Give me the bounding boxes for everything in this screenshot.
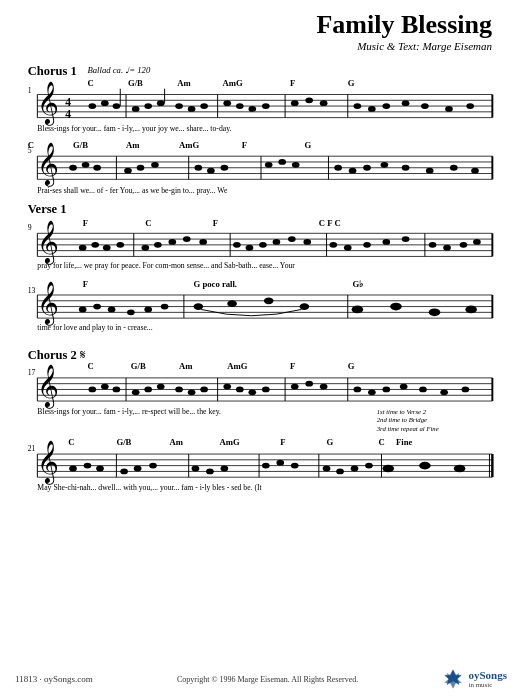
svg-point-148 — [144, 307, 152, 313]
svg-point-193 — [262, 387, 270, 393]
svg-point-236 — [149, 463, 157, 469]
svg-point-84 — [450, 165, 458, 171]
svg-point-31 — [223, 100, 231, 106]
svg-point-190 — [223, 384, 231, 390]
svg-text:May She-chi-nah... dwell... wi: May She-chi-nah... dwell... with you,...… — [37, 483, 262, 492]
svg-point-187 — [175, 387, 183, 393]
svg-point-239 — [221, 466, 229, 472]
svg-text:𝄞: 𝄞 — [37, 81, 59, 126]
svg-text:21: 21 — [28, 444, 36, 453]
svg-point-184 — [132, 389, 140, 395]
svg-point-81 — [381, 162, 389, 168]
svg-point-154 — [352, 306, 364, 314]
svg-text:C: C — [87, 78, 93, 88]
svg-point-126 — [443, 245, 451, 251]
svg-point-231 — [69, 466, 77, 472]
svg-text:AmG: AmG — [222, 78, 242, 88]
svg-point-128 — [473, 239, 481, 245]
svg-text:5: 5 — [28, 146, 32, 155]
svg-text:G: G — [348, 78, 355, 88]
svg-point-199 — [382, 387, 390, 393]
svg-point-109 — [141, 245, 149, 251]
svg-text:F: F — [290, 361, 295, 371]
copyright: Copyright © 1996 Marge Eiseman. All Righ… — [93, 675, 443, 684]
logo-text: oySongs — [468, 669, 507, 681]
svg-point-185 — [144, 387, 152, 393]
svg-point-198 — [368, 389, 376, 395]
svg-point-127 — [460, 242, 468, 248]
svg-point-114 — [233, 242, 241, 248]
svg-point-194 — [291, 384, 299, 390]
svg-rect-159 — [20, 334, 502, 346]
svg-text:F: F — [83, 279, 88, 289]
svg-point-41 — [402, 100, 410, 106]
svg-point-22 — [113, 103, 121, 109]
svg-point-192 — [248, 389, 256, 395]
svg-point-106 — [91, 242, 99, 248]
svg-point-247 — [382, 465, 394, 473]
svg-point-123 — [382, 239, 390, 245]
svg-text:13: 13 — [28, 286, 36, 295]
svg-point-120 — [329, 242, 337, 248]
svg-point-34 — [262, 103, 270, 109]
svg-point-24 — [132, 106, 140, 112]
svg-point-113 — [199, 239, 207, 245]
svg-point-157 — [465, 306, 477, 314]
svg-text:9: 9 — [28, 223, 32, 232]
svg-text:1: 1 — [28, 86, 32, 95]
svg-point-235 — [134, 466, 142, 472]
svg-text:F: F — [290, 78, 295, 88]
title-section: Family Blessing Music & Text: Marge Eise… — [20, 10, 502, 52]
svg-text:𝄞: 𝄞 — [37, 281, 59, 326]
svg-text:Chorus 2: Chorus 2 — [28, 348, 77, 362]
svg-text:17: 17 — [28, 368, 36, 377]
svg-text:time for love and play to in -: time for love and play to in - crease... — [37, 323, 152, 332]
chorus1-tempo: Ballad ca. ♩= 120 — [87, 65, 150, 75]
svg-point-28 — [175, 103, 183, 109]
svg-text:𝄞: 𝄞 — [37, 364, 59, 409]
svg-text:𝄞: 𝄞 — [37, 142, 59, 187]
svg-text:F: F — [280, 437, 285, 447]
svg-point-40 — [382, 103, 390, 109]
svg-text:G  poco rall.: G poco rall. — [194, 279, 238, 289]
svg-text:𝄞: 𝄞 — [37, 440, 59, 485]
svg-point-110 — [154, 242, 162, 248]
svg-point-183 — [113, 387, 121, 393]
svg-point-42 — [421, 103, 429, 109]
svg-point-241 — [276, 460, 284, 466]
svg-point-201 — [419, 387, 427, 393]
svg-point-85 — [471, 168, 479, 174]
svg-point-43 — [445, 106, 453, 112]
svg-text:AmG: AmG — [179, 140, 199, 150]
svg-text:Bless-ings for your... fam - i: Bless-ings for your... fam - i-ly,... yo… — [37, 124, 231, 133]
svg-point-233 — [96, 466, 104, 472]
page-title: Family Blessing — [20, 10, 492, 40]
svg-text:Am: Am — [169, 437, 183, 447]
svg-point-243 — [323, 466, 331, 472]
svg-text:2nd time to Bridge: 2nd time to Bridge — [377, 416, 427, 423]
svg-text:G/B: G/B — [128, 78, 143, 88]
svg-text:1st time to Verse 2: 1st time to Verse 2 — [377, 408, 427, 415]
svg-point-188 — [188, 389, 196, 395]
page: Family Blessing Music & Text: Marge Eise… — [0, 0, 522, 696]
svg-point-119 — [303, 239, 311, 245]
svg-point-237 — [192, 466, 200, 472]
svg-point-145 — [93, 304, 101, 310]
svg-text:F: F — [213, 218, 218, 228]
svg-point-122 — [363, 242, 371, 248]
svg-point-234 — [120, 469, 128, 475]
svg-point-66 — [69, 165, 77, 171]
svg-point-21 — [101, 100, 109, 106]
svg-point-37 — [320, 100, 328, 106]
svg-point-196 — [320, 384, 328, 390]
svg-point-146 — [108, 307, 116, 313]
svg-text:pray for life,... we pray for : pray for life,... we pray for peace. For… — [37, 261, 295, 270]
svg-point-182 — [101, 384, 109, 390]
svg-point-32 — [236, 103, 244, 109]
svg-point-82 — [402, 165, 410, 171]
svg-text:C: C — [68, 437, 74, 447]
svg-point-147 — [127, 309, 135, 315]
svg-text:3rd time repeat al Fine: 3rd time repeat al Fine — [376, 425, 439, 432]
svg-point-33 — [248, 106, 256, 112]
svg-point-69 — [124, 168, 132, 174]
